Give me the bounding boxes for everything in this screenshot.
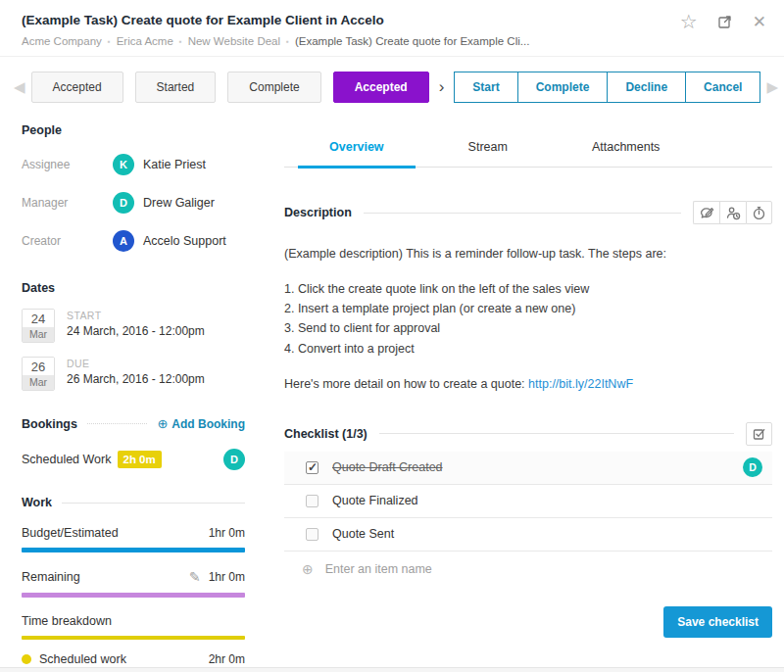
chevron-right-icon: › xyxy=(439,77,445,97)
tab-attachments[interactable]: Attachments xyxy=(561,131,691,167)
checklist-item-label: Quote Draft Created xyxy=(332,460,443,474)
manager-label: Manager xyxy=(22,196,113,210)
start-button[interactable]: Start xyxy=(454,72,516,103)
edit-pencil-icon[interactable]: ✎ xyxy=(189,569,201,585)
timer-icon[interactable] xyxy=(746,201,772,224)
description-step: 1. Click the create quote link on the le… xyxy=(284,280,772,298)
manager-name[interactable]: Drew Galiger xyxy=(143,196,215,210)
people-section-title: People xyxy=(22,123,62,137)
add-booking-button[interactable]: ⊕Add Booking xyxy=(157,416,245,431)
prev-status-arrow-icon[interactable]: ◀ xyxy=(8,78,31,96)
sidebar: People Assignee K Katie Priest Manager D… xyxy=(0,118,282,672)
calendar-icon: 24 Mar xyxy=(22,309,55,343)
scheduled-work-badge: 2h 0m xyxy=(118,451,162,468)
open-in-new-icon[interactable] xyxy=(717,14,733,29)
remaining-progress-bar xyxy=(22,593,245,598)
divider xyxy=(364,213,681,214)
legend-label: Scheduled work xyxy=(39,652,126,666)
budget-label: Budget/Estimated xyxy=(22,526,119,540)
save-checklist-button[interactable]: Save checklist xyxy=(663,606,772,638)
quote-help-link[interactable]: http://bit.ly/22ItNwF xyxy=(528,377,633,391)
breadcrumb-separator: ▪ xyxy=(108,37,111,46)
breadcrumb-deal[interactable]: New Website Deal xyxy=(188,35,280,47)
complete-button[interactable]: Complete xyxy=(517,72,608,103)
page-title: (Example Task) Create quote for Example … xyxy=(22,13,762,27)
creator-name[interactable]: Accelo Support xyxy=(143,234,226,248)
start-date-value: 24 March, 2016 - 12:00pm xyxy=(67,324,205,338)
avatar[interactable]: K xyxy=(113,154,134,175)
bookings-section-title: Bookings xyxy=(22,417,77,431)
remaining-label: Remaining xyxy=(22,570,80,584)
decline-button[interactable]: Decline xyxy=(607,72,685,103)
close-icon[interactable]: ✕ xyxy=(753,14,766,30)
start-date-label: START xyxy=(67,310,205,321)
breadcrumb-separator: ▪ xyxy=(179,37,182,46)
time-breakdown-bar xyxy=(22,636,245,640)
checklist: Quote Draft Created D Quote Finalized Qu… xyxy=(284,452,772,587)
calendar-day: 24 xyxy=(23,310,54,327)
comment-edit-icon[interactable] xyxy=(693,201,719,224)
tab-stream[interactable]: Stream xyxy=(437,131,539,167)
creator-label: Creator xyxy=(22,234,113,248)
divider xyxy=(379,433,734,434)
next-status-arrow-icon[interactable]: ▶ xyxy=(760,78,784,96)
checklist-item[interactable]: Quote Finalized xyxy=(284,485,772,518)
divider xyxy=(87,423,147,424)
status-actions: Start Complete Decline Cancel xyxy=(454,72,760,103)
star-icon[interactable]: ☆ xyxy=(680,12,698,31)
cancel-button[interactable]: Cancel xyxy=(685,72,760,103)
description-section-title: Description xyxy=(284,206,352,219)
breadcrumb-contact[interactable]: Erica Acme xyxy=(117,35,173,47)
budget-value: 1hr 0m xyxy=(209,526,245,540)
manager-row: Manager D Drew Galiger xyxy=(22,192,245,214)
checkbox-unchecked[interactable] xyxy=(306,528,318,541)
scheduled-work-label: Scheduled Work xyxy=(22,453,112,466)
avatar[interactable]: D xyxy=(743,457,762,477)
assignee-name[interactable]: Katie Priest xyxy=(143,158,206,171)
edit-checklist-icon[interactable] xyxy=(746,422,772,446)
calendar-month: Mar xyxy=(23,375,54,390)
due-date-label: DUE xyxy=(67,358,205,369)
avatar[interactable]: D xyxy=(223,449,245,470)
calendar-day: 26 xyxy=(23,358,54,375)
calendar-icon: 26 Mar xyxy=(22,357,55,391)
scheduled-work-row: Scheduled Work 2h 0m D xyxy=(22,449,245,470)
calendar-month: Mar xyxy=(23,327,54,342)
status-step-complete[interactable]: Complete xyxy=(227,72,320,103)
tab-overview[interactable]: Overview xyxy=(298,131,416,167)
checklist-item[interactable]: Quote Sent xyxy=(284,518,772,552)
current-status-button[interactable]: Accepted xyxy=(333,72,429,103)
new-item-input[interactable] xyxy=(325,562,619,576)
checklist-item-label: Quote Finalized xyxy=(332,494,418,507)
panel-bottom-edge xyxy=(0,667,784,672)
checkbox-unchecked[interactable] xyxy=(306,495,318,507)
start-date-row: 24 Mar START 24 March, 2016 - 12:00pm xyxy=(22,309,245,343)
avatar[interactable]: A xyxy=(113,230,134,252)
checkbox-checked[interactable] xyxy=(306,461,318,474)
plus-circle-icon: ⊕ xyxy=(157,416,168,431)
header: (Example Task) Create quote for Example … xyxy=(0,0,784,57)
main-content: Overview Stream Attachments Description xyxy=(282,118,784,638)
avatar[interactable]: D xyxy=(113,192,134,214)
status-step-accepted[interactable]: Accepted xyxy=(31,72,123,103)
task-detail-panel: (Example Task) Create quote for Example … xyxy=(0,0,784,672)
status-bar: ◀ Accepted Started Complete Accepted › S… xyxy=(0,57,784,118)
description-step: 4. Convert into a project xyxy=(284,340,772,358)
description-body: (Example description) This is a reminder… xyxy=(284,245,772,393)
assign-user-time-icon[interactable] xyxy=(719,201,746,224)
due-date-value: 26 March, 2016 - 12:00pm xyxy=(67,372,205,386)
budget-progress-bar xyxy=(22,548,245,552)
status-step-started[interactable]: Started xyxy=(135,72,217,103)
breadcrumb-company[interactable]: Acme Company xyxy=(22,35,102,47)
assignee-label: Assignee xyxy=(22,158,113,171)
time-breakdown-label: Time breakdown xyxy=(22,614,112,628)
divider xyxy=(62,503,245,504)
dates-section-title: Dates xyxy=(22,281,55,295)
creator-row: Creator A Accelo Support xyxy=(22,230,245,252)
tab-bar: Overview Stream Attachments xyxy=(284,131,772,168)
checklist-item-label: Quote Sent xyxy=(332,527,394,541)
scheduled-work-dot-icon xyxy=(22,654,31,664)
add-checklist-item-row: ⊕ xyxy=(284,552,772,587)
assignee-row: Assignee K Katie Priest xyxy=(22,154,245,175)
checklist-item[interactable]: Quote Draft Created D xyxy=(284,452,772,485)
